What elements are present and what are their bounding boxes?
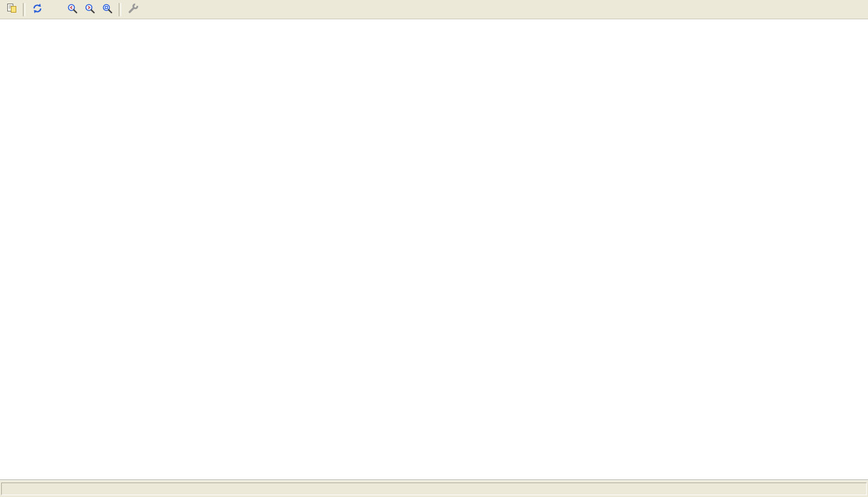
correlation-legend [776,311,808,333]
legend-line-sample [781,327,808,328]
replot-icon [32,3,43,16]
copy-to-clipboard-icon [6,3,17,16]
zoom-previous-icon [67,3,78,16]
autoscale-icon [102,3,113,16]
legend-entry-r-echo [776,137,808,148]
legend-entry-r-correlation [776,322,808,333]
plot-area [0,19,868,480]
toolbar-separator [119,3,121,16]
gnuplot-window [0,0,868,497]
copy-to-clipboard-button[interactable] [2,1,20,18]
replot-button[interactable] [28,1,46,18]
plots-canvas[interactable] [0,19,868,480]
toggle-grid-button[interactable] [46,1,63,18]
config-icon [128,3,139,16]
zoom-next-icon [84,3,95,16]
legend-line-sample [781,316,808,317]
zoom-next-button[interactable] [81,1,98,18]
autoscale-button[interactable] [98,1,116,18]
help-button[interactable] [142,1,159,18]
zoom-previous-button[interactable] [63,1,81,18]
legend-line-sample [781,142,808,143]
legend-entry-l-echo [776,126,808,137]
legend-line-sample [781,131,808,132]
legend-entry-l-correlation [776,311,808,322]
status-field [1,483,867,495]
config-button[interactable] [124,1,142,18]
echo-legend [776,126,808,148]
toolbar-separator [23,3,25,16]
toolbar [0,0,868,19]
status-bar [0,480,868,497]
